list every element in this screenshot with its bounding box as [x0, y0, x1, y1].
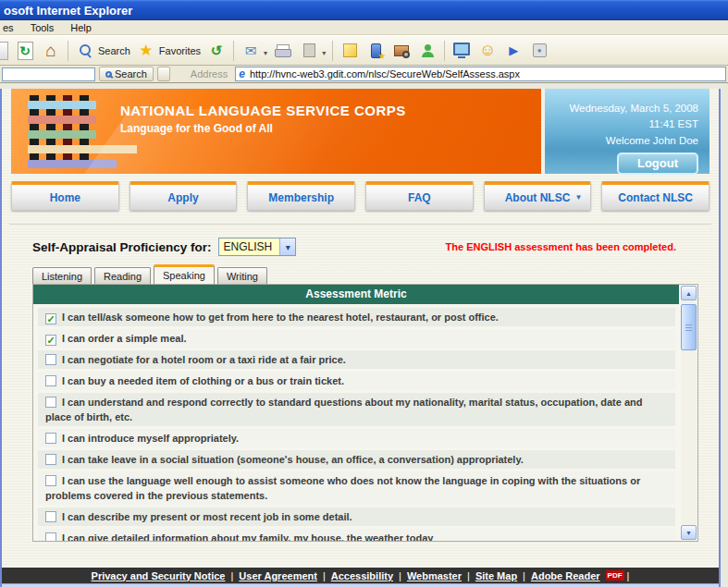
phone-favorites-toolbar-button[interactable] — [363, 39, 389, 63]
toolbar-button-label: Favorites — [159, 45, 201, 56]
scroll-down-icon[interactable] — [681, 525, 697, 540]
smiley-toolbar-button[interactable] — [475, 39, 500, 63]
refresh-icon — [15, 41, 35, 61]
footer-link[interactable]: Site Map — [475, 570, 517, 581]
row-checkbox[interactable]: ✓ — [45, 335, 56, 346]
home-toolbar-button[interactable] — [38, 39, 64, 63]
menu-bar: esToolsHelp — [0, 20, 728, 35]
footer-link[interactable]: User Agreement — [239, 570, 317, 581]
nav-button-apply[interactable]: Apply — [130, 181, 238, 211]
assessment-table: Assessment Metric ✓I can tell/ask someon… — [32, 284, 698, 542]
page-toolbar-button[interactable] — [296, 39, 328, 63]
language-selected-value: ENGLISH — [224, 240, 273, 253]
site-tagline: Language for the Good of All — [120, 122, 406, 135]
toolbar-separator — [233, 41, 234, 61]
assessment-row: I can give detailed information about my… — [38, 529, 675, 542]
row-checkbox[interactable]: ✓ — [45, 313, 56, 324]
dropdown-arrow-icon — [574, 190, 582, 202]
footer-link[interactable]: Adobe Reader — [531, 570, 600, 581]
nav-button-label: Membership — [268, 191, 334, 204]
row-checkbox[interactable] — [45, 475, 56, 486]
row-checkbox[interactable] — [45, 375, 56, 386]
book-search-toolbar-button[interactable] — [389, 39, 414, 63]
toolbar-separator — [68, 41, 68, 61]
row-checkbox[interactable] — [45, 511, 56, 522]
footer-item: Webmaster | — [404, 570, 473, 581]
scrollbar-thumb[interactable] — [681, 304, 697, 350]
menu-item[interactable]: Help — [70, 22, 92, 33]
logout-button[interactable]: Logout — [617, 153, 698, 175]
book-search-icon — [391, 41, 412, 61]
tab-reading[interactable]: Reading — [94, 267, 151, 284]
nav-button-contact-nlsc[interactable]: Contact NLSC — [601, 181, 709, 211]
footer-item: Site Map | — [473, 570, 528, 581]
history-icon — [206, 41, 227, 61]
tab-writing[interactable]: Writing — [217, 267, 267, 284]
menu-item[interactable]: es — [3, 22, 14, 33]
history-toolbar-button[interactable] — [204, 39, 229, 63]
row-checkbox[interactable] — [45, 532, 56, 542]
messenger-toolbar-button[interactable] — [414, 39, 440, 63]
toolbar: Search Favorites — [0, 35, 728, 66]
nav-button-label: FAQ — [408, 191, 431, 204]
refresh-toolbar-button[interactable] — [12, 39, 38, 63]
nav-button-membership[interactable]: Membership — [247, 181, 355, 211]
cut-off-toolbar-icon — [0, 42, 8, 60]
current-time: 11:41 EST — [556, 116, 698, 132]
assessment-statement: I can take leave in a social situation (… — [62, 454, 524, 465]
media-toolbar-button[interactable] — [526, 39, 552, 63]
mail-toolbar-button[interactable] — [238, 39, 270, 63]
scroll-up-icon[interactable] — [681, 286, 697, 300]
assessment-statement: I can buy a needed item of clothing or a… — [62, 375, 344, 386]
search-go-label: Search — [115, 68, 147, 79]
main-nav: Home Apply Membership FAQ About NLSC Con… — [2, 181, 719, 211]
nav-button-faq[interactable]: FAQ — [365, 181, 474, 211]
row-checkbox[interactable] — [45, 397, 56, 408]
footer-separator: | — [230, 570, 233, 581]
select-dropdown-arrow-icon[interactable] — [279, 238, 295, 255]
notes-icon — [339, 41, 360, 61]
dropdown-arrow-icon[interactable] — [322, 43, 326, 59]
dropdown-arrow-icon[interactable] — [264, 43, 267, 59]
toolbar-search-input[interactable] — [2, 67, 95, 81]
footer-link[interactable]: Webmaster — [407, 570, 462, 581]
tab-listening[interactable]: Listening — [32, 267, 92, 284]
row-checkbox[interactable] — [45, 354, 56, 365]
row-checkbox[interactable] — [45, 454, 56, 465]
toolbar-button-label: Search — [98, 45, 130, 56]
assessment-row: I can buy a needed item of clothing or a… — [38, 372, 675, 390]
favorites-toolbar-button[interactable]: Favorites — [133, 39, 204, 63]
nav-button-label: Apply — [167, 191, 198, 204]
play-icon — [503, 41, 524, 61]
footer-separator: | — [399, 570, 401, 581]
search-go-button[interactable]: Search — [99, 67, 154, 81]
nav-button-home[interactable]: Home — [11, 181, 119, 211]
site-title: NATIONAL LANGUAGE SERVICE CORPS — [120, 103, 406, 118]
address-input[interactable]: e http://hvnc-web3.gdit.com/nlsc/SecureW… — [235, 67, 726, 81]
print-toolbar-button[interactable] — [270, 39, 296, 63]
nlsc-logo-icon — [28, 95, 100, 167]
footer-link[interactable]: Privacy and Security Notice — [92, 570, 226, 581]
assessment-statement: I can order a simple meal. — [62, 333, 187, 344]
address-url: http://hvnc-web3.gdit.com/nlsc/SecureWeb… — [250, 68, 520, 79]
bottom-strip — [2, 583, 719, 587]
play-toolbar-button[interactable] — [500, 39, 526, 63]
assessment-row: I can understand and respond correctly t… — [38, 393, 675, 426]
footer-separator: | — [627, 570, 630, 581]
tab-speaking[interactable]: Speaking — [154, 264, 215, 284]
phone-favorites-icon — [365, 41, 386, 61]
messenger-icon — [417, 41, 438, 61]
mail-icon — [241, 41, 261, 61]
nav-button-about-nlsc[interactable]: About NLSC — [484, 181, 592, 211]
menu-item[interactable]: Tools — [31, 22, 55, 33]
search-toolbar-button[interactable]: Search — [72, 39, 133, 63]
monitor-toolbar-button[interactable] — [449, 39, 475, 63]
row-checkbox[interactable] — [45, 433, 56, 444]
table-scrollbar[interactable] — [681, 286, 697, 540]
media-icon — [529, 41, 549, 61]
footer-link[interactable]: Accessibility — [331, 570, 393, 581]
notes-toolbar-button[interactable] — [337, 39, 363, 63]
language-select[interactable]: ENGLISH — [218, 238, 297, 256]
search-dropdown-arrow[interactable] — [157, 67, 170, 81]
page-footer: Privacy and Security Notice | User Agree… — [2, 568, 719, 583]
